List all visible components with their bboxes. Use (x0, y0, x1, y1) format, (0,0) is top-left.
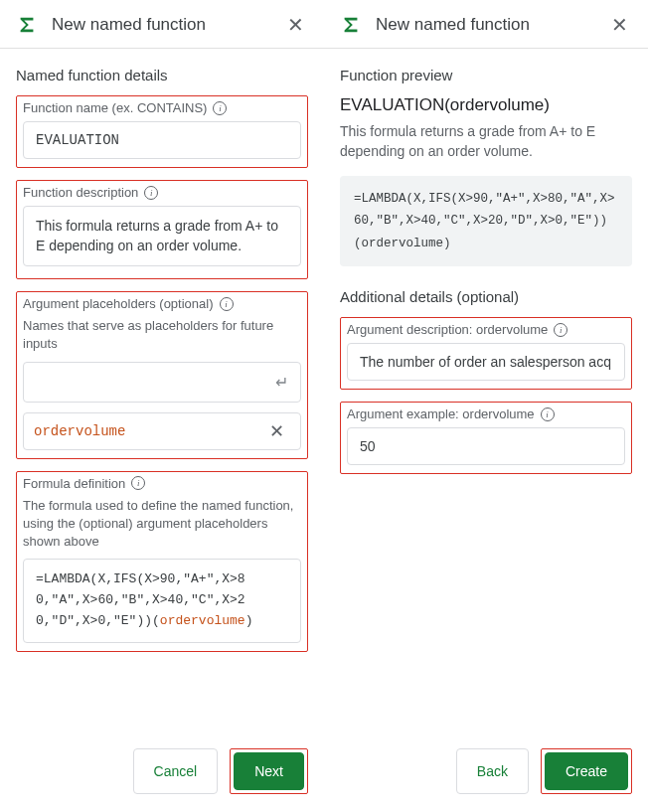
argument-description-input[interactable] (347, 343, 625, 381)
sigma-icon (340, 14, 362, 36)
remove-chip-icon[interactable]: ✕ (263, 421, 290, 441)
function-name-label: Function name (ex. CONTAINS) i (23, 100, 301, 115)
create-button-highlight: Create (541, 748, 632, 794)
argument-placeholder-input[interactable]: ↵ (23, 362, 301, 403)
next-button[interactable]: Next (234, 752, 304, 790)
argument-placeholders-label: Argument placeholders (optional) i (23, 296, 301, 311)
argument-description-label: Argument description: ordervolume i (347, 322, 625, 337)
argument-example-group: Argument example: ordervolume i (340, 402, 632, 474)
formula-definition-input[interactable]: =LAMBDA(X,IFS(X>90,"A+",X>80,"A",X>60,"B… (23, 559, 301, 642)
footer: Back Create (324, 736, 648, 812)
info-icon[interactable]: i (541, 407, 555, 421)
info-icon[interactable]: i (554, 323, 567, 337)
section-heading: Function preview (340, 67, 632, 83)
left-panel: New named function ✕ Named function deta… (0, 0, 324, 812)
formula-definition-label: Formula definition i (23, 476, 301, 491)
argument-example-label: Argument example: ordervolume i (347, 406, 625, 421)
function-description-label: Function description i (23, 185, 301, 200)
panel-header: New named function ✕ (324, 0, 648, 49)
info-icon[interactable]: i (220, 297, 234, 311)
formula-definition-group: Formula definition i The formula used to… (16, 471, 308, 652)
argument-description-group: Argument description: ordervolume i (340, 317, 632, 390)
close-icon[interactable]: ✕ (283, 15, 308, 35)
close-icon[interactable]: ✕ (607, 15, 632, 35)
enter-icon: ↵ (275, 373, 288, 392)
panel-body: Named function details Function name (ex… (0, 49, 324, 736)
additional-details-heading: Additional details (optional) (340, 288, 632, 305)
panel-title: New named function (376, 15, 607, 35)
create-button[interactable]: Create (545, 752, 628, 790)
argument-chip[interactable]: ordervolume ✕ (23, 412, 301, 450)
footer: Cancel Next (0, 736, 324, 812)
panel-header: New named function ✕ (0, 0, 324, 49)
right-panel: New named function ✕ Function preview EV… (324, 0, 648, 812)
info-icon[interactable]: i (144, 186, 158, 200)
panel-title: New named function (52, 15, 283, 35)
sigma-icon (16, 14, 38, 36)
preview-formula-code: =LAMBDA(X,IFS(X>90,"A+",X>80,"A",X>60,"B… (340, 176, 632, 267)
next-button-highlight: Next (230, 748, 308, 794)
info-icon[interactable]: i (131, 476, 145, 490)
preview-function-signature: EVALUATION(ordervolume) (340, 95, 632, 115)
formula-definition-sublabel: The formula used to define the named fun… (23, 497, 301, 552)
function-name-group: Function name (ex. CONTAINS) i (16, 95, 308, 168)
function-description-input[interactable] (23, 206, 301, 266)
argument-placeholders-group: Argument placeholders (optional) i Names… (16, 291, 308, 458)
preview-description: This formula returns a grade from A+ to … (340, 121, 632, 162)
argument-example-input[interactable] (347, 427, 625, 465)
argument-placeholders-sublabel: Names that serve as placeholders for fut… (23, 317, 301, 353)
panel-body: Function preview EVALUATION(ordervolume)… (324, 49, 648, 736)
cancel-button[interactable]: Cancel (133, 748, 219, 794)
section-heading: Named function details (16, 67, 308, 83)
function-name-input[interactable] (23, 121, 301, 159)
info-icon[interactable]: i (213, 101, 227, 115)
back-button[interactable]: Back (456, 748, 529, 794)
argument-chip-label: ordervolume (34, 423, 125, 439)
function-description-group: Function description i (16, 180, 308, 279)
